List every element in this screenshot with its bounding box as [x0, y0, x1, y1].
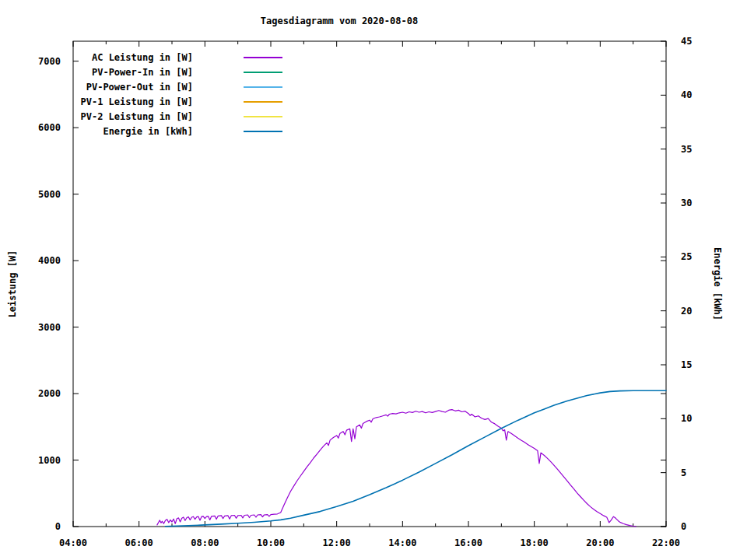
legend-item-energie: Energie in [kWh]: [0, 124, 747, 139]
x-tick-label: 10:00: [247, 537, 294, 548]
legend-label: PV-Power-In in [W]: [92, 65, 193, 80]
y2-tick-label: 15: [681, 359, 692, 370]
y2-tick-label: 5: [681, 467, 686, 478]
legend-label: PV-2 Leistung in [W]: [81, 110, 194, 124]
x-tick-label: 08:00: [181, 537, 228, 548]
legend-item-pv-power-out: PV-Power-Out in [W]: [0, 80, 747, 95]
legend-item-pv1-leistung: PV-1 Leistung in [W]: [0, 95, 747, 110]
legend-color-line: [244, 86, 282, 88]
legend-color-line: [244, 131, 282, 132]
legend-item-ac-leistung: AC Leistung in [W]: [0, 51, 747, 65]
legend-label: PV-Power-Out in [W]: [86, 80, 193, 95]
x-tick-label: 12:00: [314, 537, 360, 548]
y2-tick-label: 10: [681, 413, 692, 424]
y2-tick-label: 20: [681, 306, 692, 317]
legend-color-line: [244, 57, 282, 58]
legend-color-line: [244, 116, 282, 117]
legend-color-line: [244, 72, 282, 73]
y1-tick-label: 7000: [0, 56, 61, 67]
y2-tick-label: 45: [681, 36, 692, 47]
y2-tick-label: 0: [681, 521, 686, 532]
y1-tick-label: 3000: [0, 322, 61, 333]
x-tick-label: 22:00: [643, 537, 689, 548]
y2-tick-label: 40: [681, 89, 692, 100]
series-line-0: [157, 410, 636, 527]
x-tick-label: 06:00: [116, 537, 163, 548]
x-tick-label: 18:00: [511, 537, 558, 548]
legend-item-pv-power-in: PV-Power-In in [W]: [0, 65, 747, 80]
legend-color-line: [244, 101, 282, 103]
legend-label: PV-1 Leistung in [W]: [81, 95, 194, 110]
y1-tick-label: 5000: [0, 189, 61, 200]
x-tick-label: 04:00: [50, 537, 96, 548]
legend-item-pv2-leistung: PV-2 Leistung in [W]: [0, 110, 747, 124]
y1-tick-label: 6000: [0, 122, 61, 133]
x-tick-label: 14:00: [379, 537, 426, 548]
tagesdiagramm-chart: Tagesdiagramm vom 2020-08-08 Leistung [W…: [0, 0, 747, 560]
y2-tick-label: 30: [681, 198, 692, 208]
legend-label: Energie in [kWh]: [103, 124, 193, 139]
legend-label: AC Leistung in [W]: [92, 51, 193, 65]
y1-tick-label: 2000: [0, 388, 61, 399]
y2-tick-label: 25: [681, 251, 692, 262]
x-tick-label: 16:00: [445, 537, 492, 548]
y2-tick-label: 35: [681, 144, 692, 155]
x-tick-label: 20:00: [577, 537, 623, 548]
y1-tick-label: 1000: [0, 455, 61, 466]
y1-tick-label: 4000: [0, 255, 61, 266]
y1-tick-label: 0: [0, 521, 61, 532]
